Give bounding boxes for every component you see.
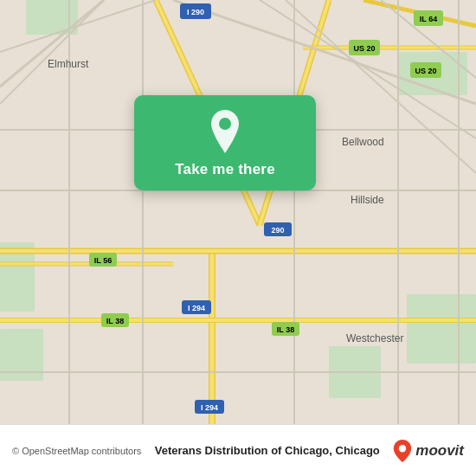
moovit-brand-text: moovit (415, 442, 464, 460)
take-me-there-label: Take me there (175, 161, 275, 178)
svg-text:IL 64: IL 64 (420, 15, 437, 23)
svg-text:US 20: US 20 (415, 67, 436, 75)
moovit-pin-icon (393, 440, 412, 462)
svg-point-57 (219, 118, 231, 130)
svg-rect-3 (407, 294, 476, 363)
place-label-westchester: Westchester (346, 332, 403, 344)
svg-text:IL 38: IL 38 (277, 325, 294, 334)
svg-point-58 (399, 445, 406, 452)
place-label-bellwood: Bellwood (342, 136, 384, 148)
place-name: Veterans Distribution of Chicago, Chicag… (141, 444, 393, 457)
place-label-hillside: Hillside (351, 194, 384, 206)
map-attribution: © OpenStreetMap contributors (12, 446, 141, 456)
location-pin-icon (203, 109, 248, 154)
moovit-logo: moovit (393, 440, 464, 462)
place-label-elmhurst: Elmhurst (48, 58, 89, 70)
svg-text:IL 38: IL 38 (106, 317, 124, 325)
bottom-bar: © OpenStreetMap contributors Veterans Di… (0, 424, 476, 476)
svg-text:I 294: I 294 (201, 403, 218, 412)
svg-text:US 20: US 20 (353, 44, 375, 53)
map-container: I 290 IL 64 US 20 US 20 290 IL 56 I 294 … (0, 0, 476, 424)
svg-text:290: 290 (271, 226, 284, 235)
take-me-there-card[interactable]: Take me there (134, 95, 316, 190)
svg-text:I 294: I 294 (188, 304, 205, 312)
svg-text:I 290: I 290 (187, 8, 204, 16)
svg-text:IL 56: IL 56 (94, 256, 112, 265)
